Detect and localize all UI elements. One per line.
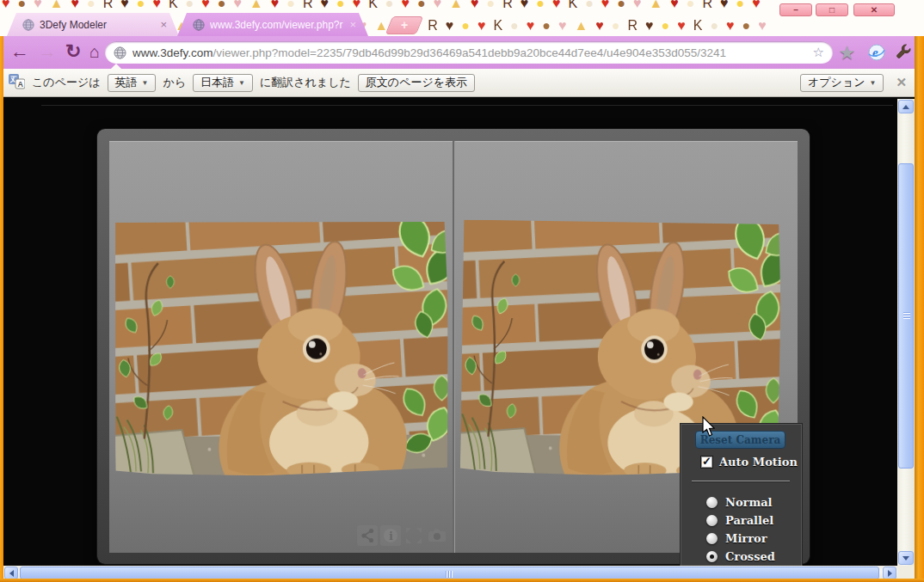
- window-border-right: [915, 36, 924, 582]
- theme-icon: ●: [336, 0, 353, 10]
- source-language-value: 英語: [115, 75, 138, 90]
- mode-option-parallel[interactable]: Parallel: [706, 514, 773, 527]
- auto-motion-label: Auto Motion: [719, 456, 798, 469]
- forward-button[interactable]: →: [38, 39, 57, 64]
- caret-down-icon: ▼: [870, 79, 877, 87]
- mode-option-mirror[interactable]: Mirror: [706, 532, 767, 545]
- tab-3defy-modeler[interactable]: 3Defy Modeler ×: [7, 13, 179, 36]
- browser-toolbar: ← → ↻ ⌂ www.3defy.com/viewer.php?model=2…: [0, 36, 915, 69]
- mode-label: Mirror: [725, 532, 767, 545]
- scroll-left-button[interactable]: [4, 567, 18, 579]
- scroll-right-button[interactable]: [883, 567, 896, 579]
- scroll-up-button[interactable]: [898, 100, 914, 113]
- show-original-button[interactable]: 原文のページを表示: [358, 74, 475, 92]
- source-language-dropdown[interactable]: 英語▼: [108, 74, 157, 92]
- theme-icon: ♥: [752, 0, 768, 10]
- bookmark-star-icon[interactable]: ☆: [813, 45, 824, 60]
- options-dropdown[interactable]: オプション▼: [800, 74, 884, 92]
- radio-icon[interactable]: [706, 515, 718, 526]
- viewer-control-panel: Reset Camera ✓ Auto Motion Normal Parall…: [680, 423, 803, 566]
- theme-icon: ♥: [321, 0, 337, 10]
- theme-icon: ♥: [201, 0, 218, 10]
- theme-icon: ●: [542, 18, 558, 33]
- globe-favicon: [193, 19, 205, 31]
- scroll-down-button[interactable]: [898, 551, 914, 565]
- ie-extension-icon[interactable]: e: [867, 43, 886, 65]
- theme-icon: R: [103, 0, 121, 10]
- wrench-icon[interactable]: [895, 43, 912, 64]
- share-icon[interactable]: [357, 525, 378, 546]
- vertical-scrollbar[interactable]: [897, 99, 915, 566]
- mode-option-normal[interactable]: Normal: [706, 496, 773, 509]
- fullscreen-icon[interactable]: [403, 525, 424, 546]
- tab-title: www.3defy.com/viewer.php?r: [210, 19, 344, 31]
- svg-text:A: A: [18, 80, 24, 89]
- theme-icon: ●: [186, 0, 202, 10]
- theme-icon: ♥: [402, 0, 418, 10]
- theme-icon: ●: [87, 0, 103, 10]
- theme-icon: ♥: [446, 18, 462, 33]
- theme-icon: ●: [417, 0, 434, 10]
- rabbit-photo-left[interactable]: [114, 219, 450, 476]
- infobar-notch: [110, 64, 122, 70]
- theme-icon: ●: [736, 0, 753, 10]
- theme-icon: ♥: [71, 0, 88, 10]
- radio-icon[interactable]: [706, 497, 718, 508]
- tab-close-icon[interactable]: ×: [349, 18, 356, 31]
- theme-icon: ♥: [434, 0, 450, 10]
- theme-icon: ♥: [726, 18, 742, 33]
- mode-label: Crossed: [725, 550, 775, 563]
- infobar-close-icon[interactable]: ✕: [896, 75, 907, 90]
- theme-icon: ▲: [50, 0, 71, 10]
- tab-title: 3Defy Modeler: [40, 19, 155, 31]
- theme-icon: ♥: [720, 0, 736, 10]
- target-language-value: 日本語: [200, 75, 234, 90]
- maximize-button[interactable]: □: [816, 3, 848, 16]
- theme-icon: ●: [662, 18, 678, 33]
- theme-icon: ♥: [595, 18, 612, 33]
- back-button[interactable]: ←: [10, 39, 29, 64]
- theme-icon: ●: [461, 18, 477, 33]
- theme-icon: ♥: [233, 0, 249, 10]
- url-text: www.3defy.com/viewer.php?model=2235/79db…: [132, 46, 813, 59]
- translate-infobar: A このページは 英語▼ から 日本語▼ に翻訳されました 原文のページを表示 …: [0, 69, 915, 97]
- url-domain: www.3defy.com: [132, 46, 213, 59]
- new-tab-button[interactable]: +: [385, 16, 423, 34]
- mode-label: Normal: [725, 496, 773, 509]
- close-window-button[interactable]: ✕: [853, 3, 895, 16]
- infobar-text-prefix: このページは: [32, 75, 101, 90]
- tab-close-icon[interactable]: ×: [160, 18, 167, 31]
- stereo-divider: [453, 141, 454, 553]
- info-icon[interactable]: i: [380, 525, 401, 546]
- reload-button[interactable]: ↻: [65, 39, 81, 64]
- theme-icon: ♥: [34, 0, 50, 10]
- theme-icon: ●: [286, 0, 303, 10]
- address-bar[interactable]: www.3defy.com/viewer.php?model=2235/79db…: [105, 41, 833, 64]
- theme-icon: K: [493, 18, 510, 33]
- theme-icon: ♥: [633, 0, 650, 10]
- mode-option-crossed[interactable]: Crossed: [706, 550, 775, 563]
- auto-motion-checkbox[interactable]: ✓: [700, 456, 713, 469]
- theme-icon: ♥: [120, 0, 137, 10]
- tab-viewer-active[interactable]: www.3defy.com/viewer.php?r ×: [177, 13, 368, 36]
- target-language-dropdown[interactable]: 日本語▼: [193, 74, 253, 92]
- theme-icon: ●: [487, 0, 503, 10]
- vertical-scroll-thumb[interactable]: [898, 163, 914, 469]
- theme-icon: ♥: [527, 18, 543, 33]
- theme-icon: ●: [385, 0, 402, 10]
- radio-icon[interactable]: [706, 551, 718, 562]
- theme-icon: ●: [218, 0, 234, 10]
- infobar-text-suffix: に翻訳されました: [260, 75, 351, 90]
- svg-text:e: e: [872, 46, 878, 59]
- horizontal-scroll-thumb[interactable]: [20, 567, 879, 579]
- extension-star-icon[interactable]: ★: [840, 40, 854, 66]
- minimize-button[interactable]: –: [779, 3, 812, 16]
- camera-icon[interactable]: [427, 525, 447, 546]
- theme-icon: ●: [742, 18, 759, 33]
- mode-label: Parallel: [725, 514, 773, 527]
- window-border-bottom: [0, 579, 924, 582]
- radio-icon[interactable]: [706, 533, 718, 544]
- home-button[interactable]: ⌂: [89, 39, 100, 64]
- panel-divider: [692, 481, 790, 481]
- globe-favicon: [22, 19, 34, 31]
